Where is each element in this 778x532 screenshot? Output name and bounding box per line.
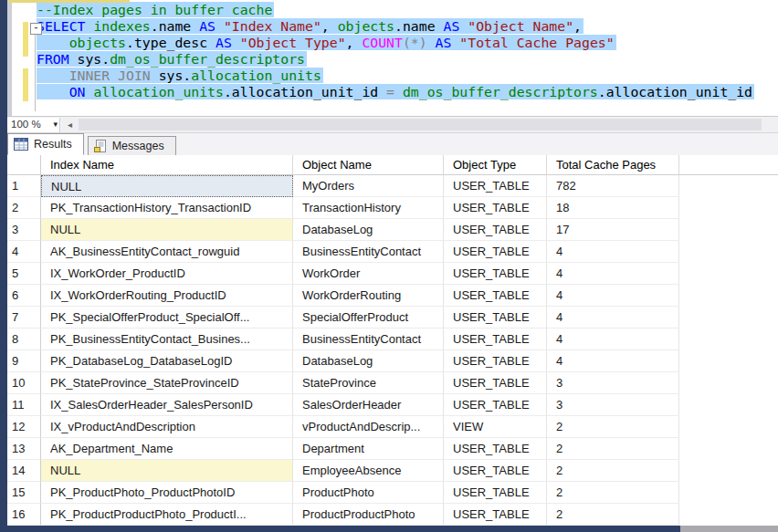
code-line[interactable]: FROM sys.dm_os_buffer_descriptors bbox=[37, 51, 754, 68]
index-name-cell[interactable]: IX_vProductAndDescription bbox=[41, 416, 293, 438]
object-type-cell[interactable]: USER_TABLE bbox=[444, 460, 547, 482]
total-cache-pages-cell[interactable]: 2 bbox=[547, 504, 679, 526]
object-type-cell[interactable]: USER_TABLE bbox=[444, 219, 547, 241]
column-header-total-cache-pages[interactable]: Total Cache Pages bbox=[547, 155, 679, 175]
object-type-cell[interactable]: USER_TABLE bbox=[444, 197, 547, 219]
object-name-cell[interactable]: Department bbox=[293, 438, 444, 460]
column-header-object-type[interactable]: Object Type bbox=[444, 155, 547, 175]
row-number-cell[interactable]: 14 bbox=[7, 460, 41, 482]
index-name-cell[interactable]: IX_WorkOrderRouting_ProductID bbox=[41, 285, 293, 307]
total-cache-pages-cell[interactable]: 18 bbox=[547, 197, 679, 219]
object-type-cell[interactable]: USER_TABLE bbox=[444, 329, 547, 350]
object-name-cell[interactable]: BusinessEntityContact bbox=[293, 241, 444, 263]
row-number-header[interactable] bbox=[7, 155, 41, 175]
code-line[interactable]: ON allocation_units.allocation_unit_id =… bbox=[37, 84, 754, 100]
code-line[interactable]: objects.type_desc AS "Object Type", COUN… bbox=[37, 35, 754, 51]
column-header-object-name[interactable]: Object Name bbox=[293, 155, 444, 175]
code-line[interactable]: --Index pages in buffer cache bbox=[37, 2, 754, 18]
tab-results[interactable]: Results bbox=[7, 133, 84, 155]
index-name-cell[interactable]: NULL bbox=[41, 175, 293, 197]
object-type-cell[interactable]: USER_TABLE bbox=[444, 241, 547, 263]
horizontal-scrollbar[interactable]: ◂ bbox=[62, 118, 778, 132]
object-name-cell[interactable]: DatabaseLog bbox=[293, 350, 444, 372]
object-type-cell[interactable]: USER_TABLE bbox=[444, 372, 547, 394]
object-type-cell[interactable]: USER_TABLE bbox=[444, 504, 547, 526]
row-number-cell[interactable]: 1 bbox=[7, 175, 41, 197]
total-cache-pages-cell[interactable]: 17 bbox=[547, 219, 679, 241]
scroll-left-button[interactable]: ◂ bbox=[64, 118, 76, 132]
total-cache-pages-cell[interactable]: 4 bbox=[547, 263, 679, 285]
index-name-cell[interactable]: PK_BusinessEntityContact_Busines... bbox=[41, 329, 293, 350]
object-name-cell[interactable]: DatabaseLog bbox=[293, 219, 444, 241]
code-lines[interactable]: --Index pages in buffer cacheSELECT inde… bbox=[37, 2, 754, 100]
object-name-cell[interactable]: ProductProductPhoto bbox=[293, 504, 444, 526]
index-name-cell[interactable]: NULL bbox=[41, 219, 293, 241]
object-type-cell[interactable]: USER_TABLE bbox=[444, 482, 547, 504]
object-type-cell[interactable]: USER_TABLE bbox=[444, 263, 547, 285]
object-type-cell[interactable]: USER_TABLE bbox=[444, 394, 547, 416]
object-type-cell[interactable]: USER_TABLE bbox=[444, 350, 547, 372]
row-number-cell[interactable]: 5 bbox=[7, 263, 41, 285]
tab-messages[interactable]: Messages bbox=[88, 136, 176, 155]
row-number-cell[interactable]: 12 bbox=[7, 416, 41, 438]
total-cache-pages-cell[interactable]: 4 bbox=[547, 350, 679, 372]
total-cache-pages-cell[interactable]: 2 bbox=[547, 460, 679, 482]
row-number-cell[interactable]: 3 bbox=[7, 219, 41, 241]
row-number-cell[interactable]: 6 bbox=[7, 285, 41, 307]
object-name-cell[interactable]: WorkOrder bbox=[293, 263, 444, 285]
object-name-cell[interactable]: EmployeeAbsence bbox=[293, 460, 444, 482]
object-name-cell[interactable]: ProductPhoto bbox=[293, 482, 444, 504]
zoom-level-select[interactable]: 100 % ▾ bbox=[7, 118, 60, 132]
row-number-cell[interactable]: 2 bbox=[7, 197, 41, 219]
code-line[interactable]: SELECT indexes.name AS "Index Name", obj… bbox=[37, 18, 754, 35]
total-cache-pages-cell[interactable]: 3 bbox=[547, 394, 679, 416]
object-name-cell[interactable]: SpecialOfferProduct bbox=[293, 307, 444, 329]
index-name-cell[interactable]: NULL bbox=[41, 460, 293, 482]
object-name-cell[interactable]: StateProvince bbox=[293, 372, 444, 394]
object-name-cell[interactable]: TransactionHistory bbox=[293, 197, 444, 219]
object-type-cell[interactable]: USER_TABLE bbox=[444, 285, 547, 307]
object-name-cell[interactable]: BusinessEntityContact bbox=[293, 329, 444, 350]
object-type-cell[interactable]: VIEW bbox=[444, 416, 547, 438]
total-cache-pages-cell[interactable]: 2 bbox=[547, 416, 679, 438]
row-number-cell[interactable]: 13 bbox=[7, 438, 41, 460]
total-cache-pages-cell[interactable]: 2 bbox=[547, 438, 679, 460]
index-name-cell[interactable]: PK_ProductPhoto_ProductPhotoID bbox=[41, 482, 293, 504]
index-name-cell[interactable]: PK_TransactionHistory_TransactionID bbox=[41, 197, 293, 219]
object-name-cell[interactable]: WorkOrderRouting bbox=[293, 285, 444, 307]
index-name-cell[interactable]: AK_Department_Name bbox=[41, 438, 293, 460]
row-number-cell[interactable]: 7 bbox=[7, 307, 41, 329]
total-cache-pages-cell[interactable]: 4 bbox=[547, 241, 679, 263]
row-number-cell[interactable]: 15 bbox=[7, 482, 41, 504]
row-number-cell[interactable]: 10 bbox=[7, 372, 41, 394]
object-type-cell[interactable]: USER_TABLE bbox=[444, 175, 547, 197]
total-cache-pages-cell[interactable]: 3 bbox=[547, 372, 679, 394]
object-type-cell[interactable]: USER_TABLE bbox=[444, 438, 547, 460]
collapse-region-icon[interactable]: - bbox=[30, 23, 42, 35]
total-cache-pages-cell[interactable]: 4 bbox=[547, 329, 679, 350]
sql-editor[interactable]: - --Index pages in buffer cacheSELECT in… bbox=[7, 0, 778, 116]
index-name-cell[interactable]: IX_WorkOrder_ProductID bbox=[41, 263, 293, 285]
index-name-cell[interactable]: IX_SalesOrderHeader_SalesPersonID bbox=[41, 394, 293, 416]
column-header-index-name[interactable]: Index Name bbox=[41, 155, 293, 175]
index-name-cell[interactable]: PK_SpecialOfferProduct_SpecialOff... bbox=[41, 307, 293, 329]
code-line[interactable]: INNER JOIN sys.allocation_units bbox=[37, 68, 754, 84]
total-cache-pages-cell[interactable]: 782 bbox=[547, 175, 679, 197]
row-number-cell[interactable]: 16 bbox=[7, 504, 41, 526]
object-name-cell[interactable]: SalesOrderHeader bbox=[293, 394, 444, 416]
index-name-cell[interactable]: AK_BusinessEntityContact_rowguid bbox=[41, 241, 293, 263]
total-cache-pages-cell[interactable]: 4 bbox=[547, 285, 679, 307]
object-type-cell[interactable]: USER_TABLE bbox=[444, 307, 547, 329]
index-name-cell[interactable]: PK_DatabaseLog_DatabaseLogID bbox=[41, 350, 293, 372]
index-name-cell[interactable]: PK_ProductProductPhoto_ProductI... bbox=[41, 504, 293, 526]
row-number-cell[interactable]: 11 bbox=[7, 394, 41, 416]
object-name-cell[interactable]: vProductAndDescrip... bbox=[293, 416, 444, 438]
row-number-cell[interactable]: 9 bbox=[7, 350, 41, 372]
total-cache-pages-cell[interactable]: 2 bbox=[547, 482, 679, 504]
object-name-cell[interactable]: MyOrders bbox=[293, 175, 444, 197]
row-number-cell[interactable]: 8 bbox=[7, 329, 41, 350]
index-name-cell[interactable]: PK_StateProvince_StateProvinceID bbox=[41, 372, 293, 394]
total-cache-pages-cell[interactable]: 4 bbox=[547, 307, 679, 329]
scrollbar-thumb[interactable] bbox=[79, 119, 762, 130]
row-number-cell[interactable]: 4 bbox=[7, 241, 41, 263]
